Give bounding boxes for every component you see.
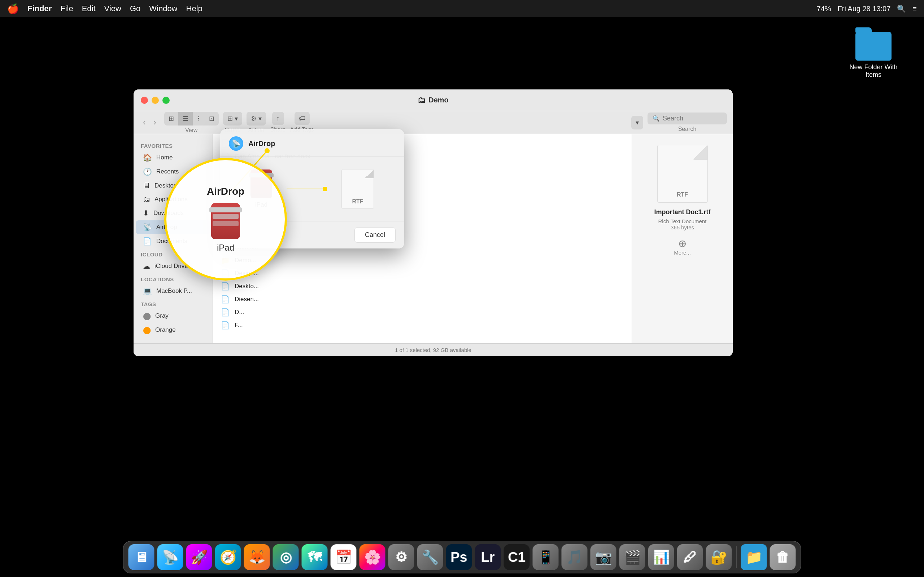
group-button[interactable]: ⊞ ▾ [223,112,242,126]
dock-icon-finder[interactable]: 🖥 [129,544,155,570]
menu-search-icon[interactable]: 🔍 [897,4,906,13]
favorites-section-title: Favorites [134,140,213,150]
search-box[interactable]: 🔍 [648,113,727,124]
dock-icon-maps[interactable]: 🗺 [302,544,328,570]
preview-more-button[interactable]: ⊕ More... [674,238,691,256]
magnify-title: AirDrop [207,186,244,197]
sidebar-item-gray[interactable]: ⬤ Gray [136,309,210,323]
folder-label: New Folder With Items [845,63,902,79]
dock-icon-app6[interactable]: 📷 [591,544,617,570]
dock-icon-app9[interactable]: 🖊 [677,544,703,570]
macbook-label: MacBook P... [156,287,192,295]
fullscreen-button[interactable] [162,97,170,104]
desktop-folder-new[interactable]: New Folder With Items [845,32,902,79]
dock-icon-folder[interactable]: 📁 [741,544,767,570]
airdrop-dialog-header: 📡 AirDrop [220,129,404,157]
more-icon: ⊕ [678,238,687,250]
window-menu[interactable]: Window [149,4,177,13]
view-label: View [185,127,197,134]
airdrop-icon: 📡 [143,223,152,232]
sidebar-item-orange[interactable]: ⬤ Orange [136,323,210,337]
menu-control-icon[interactable]: ≡ [913,5,917,13]
list-view-btn[interactable]: ☰ [178,112,193,126]
orange-tag-icon: ⬤ [143,326,151,334]
desktop-icon: 🖥 [143,181,150,190]
share-button[interactable]: ↑ [272,112,284,125]
preview-file-icon: RTF [657,145,708,203]
applications-icon: 🗂 [143,195,150,203]
title-bar: 🗂 Demo [134,89,733,111]
airdrop-dialog-title: AirDrop [248,140,275,148]
sidebar-item-macbook[interactable]: 💻 MacBook P... [136,284,210,298]
sidebar-item-home[interactable]: 🏠 Home [136,151,210,164]
finder-menu[interactable]: Finder [27,4,52,13]
menu-datetime: Fri Aug 28 13:07 [838,5,891,13]
action-button[interactable]: ⚙ ▾ [247,112,266,126]
search-section: 🔍 Search [648,113,727,132]
dock-icon-trash[interactable]: 🗑 [770,544,796,570]
preview-rtf-label: RTF [677,192,688,198]
dock-separator [736,546,737,568]
add-tags-button[interactable]: 🏷 [294,112,310,125]
file-item[interactable]: 📄 Deskto... [213,280,632,293]
dock-icon-safari[interactable]: 🧭 [215,544,241,570]
search-icon: 🔍 [653,115,660,122]
airdrop-rtf-icon: RTF [341,169,374,209]
home-label: Home [156,154,173,161]
dock-icon-launchpad[interactable]: 🚀 [186,544,212,570]
gallery-view-btn[interactable]: ⊡ [205,112,219,126]
file-item[interactable]: 📄 Design... [213,267,632,280]
dock-icon-photoshop[interactable]: Ps [446,544,472,570]
go-menu[interactable]: Go [130,4,141,13]
cancel-button[interactable]: Cancel [354,227,396,243]
icloud-drive-icon: ☁ [143,262,150,271]
dock-icon-chrome[interactable]: ◎ [273,544,299,570]
status-bar: 1 of 1 selected, 92 GB available [134,343,733,356]
help-menu[interactable]: Help [186,4,202,13]
orange-label: Orange [155,326,176,334]
dock-icon-app7[interactable]: 🎬 [619,544,645,570]
dock-icon-airdrop[interactable]: 📡 [157,544,183,570]
dock-icon-calendar[interactable]: 📅 [331,544,357,570]
icon-view-btn[interactable]: ⊞ [164,112,178,126]
dock-icon-app10[interactable]: 🔐 [706,544,732,570]
traffic-lights [141,97,170,104]
file-name: Design... [234,270,624,277]
dock-icon-firefox[interactable]: 🦊 [244,544,270,570]
forward-button[interactable]: › [150,116,160,129]
dock-icon-lightroom[interactable]: Lr [475,544,501,570]
toolbar-more-button[interactable]: ▾ [631,116,643,129]
apple-menu[interactable]: 🍎 [7,3,19,15]
dock-icon-app8[interactable]: 📊 [648,544,674,570]
menu-battery: 74% [817,5,831,13]
window-folder-icon: 🗂 [418,95,426,105]
dock-icon-app4[interactable]: 📱 [533,544,559,570]
file-item[interactable]: 📄 D... [213,306,632,319]
file-menu[interactable]: File [60,4,73,13]
menu-bar: 🍎 Finder File Edit View Go Window Help 7… [0,0,924,17]
file-item[interactable]: 📁 Demo... [213,254,632,267]
dock-icon-photos[interactable]: 🌸 [360,544,386,570]
file-name: Deskto... [234,283,624,290]
column-view-btn[interactable]: ⫶ [193,112,205,126]
airdrop-header-icon: 📡 [229,136,243,151]
view-menu[interactable]: View [104,4,121,13]
magnify-device-bar [209,207,242,213]
search-input[interactable] [663,115,722,122]
file-item[interactable]: 📄 F... [213,319,632,332]
recents-label: Recents [156,168,179,175]
dock-icon-app3[interactable]: C1 [504,544,530,570]
dock-icon-app1[interactable]: ⚙ [388,544,414,570]
dock-icon-app5[interactable]: 🎵 [562,544,588,570]
close-button[interactable] [141,97,148,104]
file-name: Demo... [234,257,624,264]
file-icon: 📄 [220,308,230,317]
edit-menu[interactable]: Edit [82,4,96,13]
back-button[interactable]: ‹ [139,116,149,129]
magnify-device-thumb [211,203,240,239]
minimize-button[interactable] [152,97,159,104]
dock-icon-app2[interactable]: 🔧 [417,544,443,570]
magnify-device[interactable]: iPad [211,203,240,253]
window-title-text: Demo [428,96,449,104]
file-item[interactable]: 📄 Diesen... [213,293,632,306]
